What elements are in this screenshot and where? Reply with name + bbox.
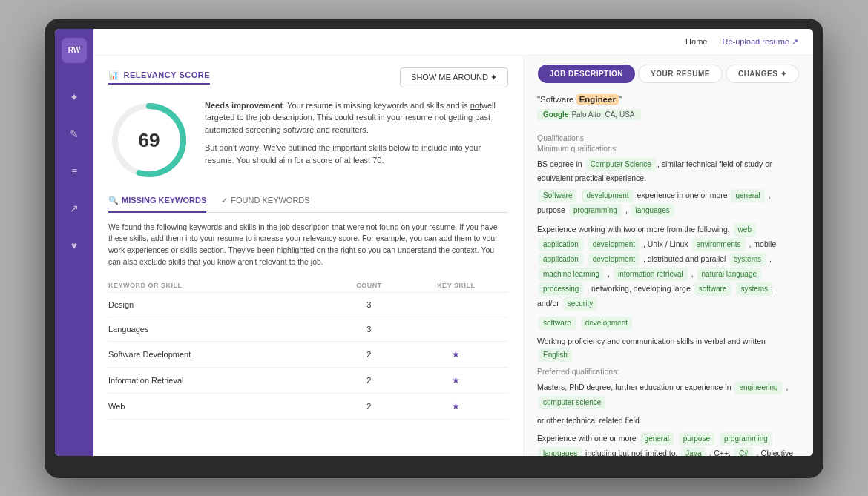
body-text-4: Working proficiency and communication sk… xyxy=(537,335,800,363)
score-not-text: not xyxy=(470,101,481,110)
count-cell: 2 xyxy=(334,341,404,367)
table-row: Design 3 xyxy=(108,292,508,317)
tag-application: application xyxy=(539,238,583,251)
tag-engineering: engineering xyxy=(734,381,782,394)
job-title-prefix: "Software xyxy=(537,95,576,104)
tag-natural-language: natural language xyxy=(697,268,762,281)
keyword-cell: Languages xyxy=(108,317,334,341)
chart-icon: 📊 xyxy=(108,70,119,80)
star-icon: ★ xyxy=(452,375,460,386)
tag-development: development xyxy=(582,189,633,202)
body-text-3: Experience working with two or more from… xyxy=(537,222,800,311)
tab-your-resume[interactable]: YOUR RESUME xyxy=(638,65,723,83)
table-row: Languages 3 xyxy=(108,317,508,341)
table-row: Software Development 2 ★ xyxy=(108,341,508,367)
body-text-2: Software development experience in one o… xyxy=(537,188,800,218)
score-description: Needs improvement. Your resume is missin… xyxy=(205,99,508,167)
tag-processing: processing xyxy=(539,282,583,296)
sidebar-icon-edit[interactable]: ✎ xyxy=(64,124,85,145)
count-cell: 2 xyxy=(334,393,404,419)
star-icon: ★ xyxy=(452,401,460,411)
missing-keywords-label: MISSING KEYWORDS xyxy=(122,196,206,205)
key-skill-cell: ★ xyxy=(404,341,508,367)
sidebar-logo[interactable]: RW xyxy=(62,38,87,63)
right-panel: JOB DESCRIPTION YOUR RESUME CHaNGES ✦ "S… xyxy=(524,56,813,456)
score-number: 69 xyxy=(139,128,160,151)
nav-reupload[interactable]: Re-upload resume ↗ xyxy=(722,37,798,47)
tag-software-dev: software xyxy=(539,317,576,330)
tag-environments: environments xyxy=(692,238,746,251)
sidebar-icon-chart[interactable]: ↗ xyxy=(64,198,85,219)
score-section: 69 Needs improvement. Your resume is mis… xyxy=(108,99,508,181)
key-skill-cell xyxy=(404,292,508,317)
sidebar-icon-list[interactable]: ≡ xyxy=(64,161,85,182)
score-desc-3: But don't worry! We've outlined the impo… xyxy=(205,142,508,166)
job-title-line: "Software Engineer" xyxy=(537,95,800,104)
job-title-highlight: Engineer xyxy=(576,94,619,105)
body-text-5: Masters, PhD degree, further education o… xyxy=(537,380,800,410)
tab-missing-keywords[interactable]: 🔍 MISSING KEYWORDS xyxy=(108,196,206,213)
score-desc-1: . Your resume is missing keywords and sk… xyxy=(283,101,467,110)
tag-java: Java xyxy=(681,447,706,456)
tag-languages2: languages xyxy=(539,447,582,456)
keywords-description: We found the following keywords and skil… xyxy=(108,222,508,268)
tab-changes[interactable]: CHaNGES ✦ xyxy=(726,65,799,83)
count-cell: 3 xyxy=(334,292,404,317)
col-key-skill-header: KEY SKILL xyxy=(404,279,508,293)
tab-found-keywords[interactable]: ✓ FOUND KEYWORDS xyxy=(221,196,309,213)
count-cell: 2 xyxy=(334,367,404,393)
tag-development4: development xyxy=(581,317,632,330)
keywords-tabs: 🔍 MISSING KEYWORDS ✓ FOUND KEYWORDS xyxy=(108,196,508,213)
relevancy-title: 📊 RELEVANCY SCORE xyxy=(108,70,210,85)
right-tabs: JOB DESCRIPTION YOUR RESUME CHaNGES ✦ xyxy=(537,65,800,83)
keyword-cell: Web xyxy=(108,393,334,419)
search-icon: 🔍 xyxy=(108,196,119,205)
key-skill-cell: ★ xyxy=(404,367,508,393)
keyword-cell: Information Retrieval xyxy=(108,367,334,393)
body-text-5b: or other technical related field. xyxy=(537,414,800,427)
sidebar-icon-wand[interactable]: ✦ xyxy=(64,87,85,108)
key-skill-cell: ★ xyxy=(404,393,508,419)
body-text-1: BS degree in Computer Science, similar t… xyxy=(537,157,800,185)
check-icon: ✓ xyxy=(221,196,228,205)
tag-development3: development xyxy=(588,253,640,266)
main-content: Home Re-upload resume ↗ 📊 RELEVANCY SCOR… xyxy=(93,29,813,456)
tag-machine-learning: machine learning xyxy=(539,268,604,281)
found-keywords-label: FOUND KEYWORDS xyxy=(231,196,309,205)
company-location: Palo Alto, CA, USA xyxy=(571,110,634,119)
tag-languages: languages xyxy=(631,204,674,217)
show-me-around-button[interactable]: SHOW ME AROUND ✦ xyxy=(400,67,508,87)
col-keyword-header: KEYWORD OR SKILL xyxy=(108,279,334,293)
nav-home[interactable]: Home xyxy=(685,37,707,46)
pref-label: Preferred qualifications: xyxy=(537,367,800,376)
tag-development2: development xyxy=(588,238,640,251)
keyword-cell: Design xyxy=(108,292,334,317)
content-area: 📊 RELEVANCY SCORE SHOW ME AROUND ✦ 69 xyxy=(93,56,813,456)
relevancy-title-text: RELEVANCY SCORE xyxy=(124,70,211,79)
job-title-suffix: " xyxy=(619,95,622,104)
sidebar-icon-heart[interactable]: ♥ xyxy=(64,235,85,256)
min-qual-label: Minimum qualifications: xyxy=(537,144,800,153)
keyword-cell: Software Development xyxy=(108,341,334,367)
tag-systems2: systems xyxy=(736,282,772,296)
tag-security: security xyxy=(563,297,597,311)
tag-computer-science: Computer Science xyxy=(586,158,656,171)
key-skill-cell xyxy=(404,317,508,341)
col-count-header: COUNT xyxy=(334,279,404,293)
qualifications-label: Qualifications xyxy=(537,133,800,142)
tag-web: web xyxy=(734,223,756,237)
tag-programming2: programming xyxy=(720,432,772,446)
relevancy-header: 📊 RELEVANCY SCORE SHOW ME AROUND ✦ xyxy=(108,67,508,87)
logo-text: RW xyxy=(68,46,80,54)
tag-csharp: C# xyxy=(734,447,753,456)
count-cell: 3 xyxy=(334,317,404,341)
sidebar: RW ✦ ✎ ≡ ↗ ♥ xyxy=(55,29,93,456)
top-nav: Home Re-upload resume ↗ xyxy=(93,29,813,56)
tag-systems: systems xyxy=(729,253,766,266)
tag-purpose: purpose xyxy=(679,432,714,446)
tag-information-retrieval: information retrieval xyxy=(614,268,688,281)
table-row: Information Retrieval 2 ★ xyxy=(108,367,508,393)
tab-job-description[interactable]: JOB DESCRIPTION xyxy=(538,65,635,83)
tag-software: Software xyxy=(539,189,576,202)
tag-english: English xyxy=(539,348,572,362)
